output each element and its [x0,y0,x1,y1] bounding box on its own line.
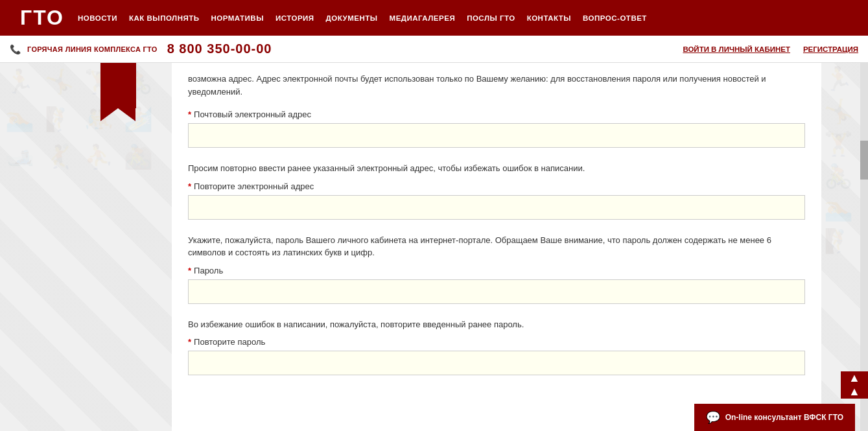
consultant-label: On-line консультант ВФСК ГТО [725,413,843,422]
hotline-right: ВОЙТИ В ЛИЧНЫЙ КАБИНЕТ РЕГИСТРАЦИЯ [683,45,858,53]
hotline-bar: 📞 ГОРЯЧАЯ ЛИНИЯ КОМПЛЕКСА ГТО 8 800 350-… [0,36,868,63]
consultant-button[interactable]: 💬 On-line консультант ВФСК ГТО [694,404,855,431]
password-repeat-description: Во избежание ошибок в написании, пожалуй… [188,318,805,331]
password-repeat-required-marker: * [188,337,191,347]
register-link[interactable]: РЕГИСТРАЦИЯ [803,45,858,53]
password-repeat-label-text: Повторите пароль [194,337,265,347]
login-link[interactable]: ВОЙТИ В ЛИЧНЫЙ КАБИНЕТ [683,45,790,53]
email-label-text: Почтовый электронный адрес [194,110,311,119]
phone-icon: 📞 [10,44,21,54]
nav-kontakty[interactable]: КОНТАКТЫ [527,14,571,22]
password-input[interactable] [188,279,805,304]
email-repeat-section: *Повторите электронный адрес [188,181,805,220]
password-repeat-label: *Повторите пароль [188,337,805,347]
bookmark-bottom [100,108,135,121]
scrollbar-thumb[interactable] [860,141,868,180]
bookmark-top [100,63,136,108]
intro-text: возможна адрес. Адрес электронной почты … [188,73,805,98]
nav-kak-vypolnyat[interactable]: КАК ВЫПОЛНЯТЬ [129,14,199,22]
email-repeat-required-marker: * [188,181,191,191]
nav-mediagalereya[interactable]: МЕДИАГАЛЕРЕЯ [390,14,456,22]
consultant-icon: 💬 [706,410,720,425]
hotline-label: ГОРЯЧАЯ ЛИНИЯ КОМПЛЕКСА ГТО [27,45,158,53]
nav-novosti[interactable]: НОВОСТИ [78,14,117,22]
nav-istoriya[interactable]: ИСТОРИЯ [276,14,314,22]
email-section: *Почтовый электронный адрес [188,110,805,148]
email-repeat-input[interactable] [188,195,805,220]
password-label-text: Пароль [194,266,223,275]
page-wrapper: 🏃 🤸 🏋️ 🚴 🏊 🧗 🤼 🏄 🎿 🤾 ⛹️ 🚵 возможна адрес… [0,63,868,431]
logo-text: ГТО [20,6,64,30]
bookmark [100,63,136,121]
left-decoration: 🏃 🤸 🏋️ 🚴 🏊 🧗 🤼 🏄 🎿 🤾 ⛹️ 🚵 [0,63,172,431]
email-input[interactable] [188,123,805,148]
password-description: Укажите, пожалуйста, пароль Вашего лично… [188,234,805,259]
password-section: *Пароль [188,266,805,304]
header: ГТО НОВОСТИ КАК ВЫПОЛНЯТЬ НОРМАТИВЫ ИСТО… [0,0,868,36]
nav-dokumenty[interactable]: ДОКУМЕНТЫ [326,14,378,22]
email-repeat-label: *Повторите электронный адрес [188,181,805,191]
email-repeat-label-text: Повторите электронный адрес [194,181,314,191]
main-content: возможна адрес. Адрес электронной почты … [172,63,821,431]
email-required-marker: * [188,110,191,119]
email-label: *Почтовый электронный адрес [188,110,805,119]
password-repeat-section: *Повторите пароль [188,337,805,375]
left-sport-figures: 🏃 🤸 🏋️ 🚴 🏊 🧗 🤼 🏄 🎿 🤾 ⛹️ 🚵 [0,63,172,431]
email-repeat-description: Просим повторно ввести ранее указанный э… [188,162,805,175]
password-repeat-input[interactable] [188,351,805,375]
logo[interactable]: ГТО [6,0,78,36]
password-required-marker: * [188,266,191,275]
scroll-top-icon: ▲▲ [849,371,860,399]
hotline-number: 8 800 350-00-00 [167,41,272,56]
scroll-top-button[interactable]: ▲▲ [841,371,868,399]
navigation: НОВОСТИ КАК ВЫПОЛНЯТЬ НОРМАТИВЫ ИСТОРИЯ … [78,14,862,22]
nav-posly-gto[interactable]: ПОСЛЫ ГТО [467,14,515,22]
password-label: *Пароль [188,266,805,275]
nav-vopros-otvet[interactable]: ВОПРОС-ОТВЕТ [583,14,647,22]
nav-normativy[interactable]: НОРМАТИВЫ [211,14,264,22]
